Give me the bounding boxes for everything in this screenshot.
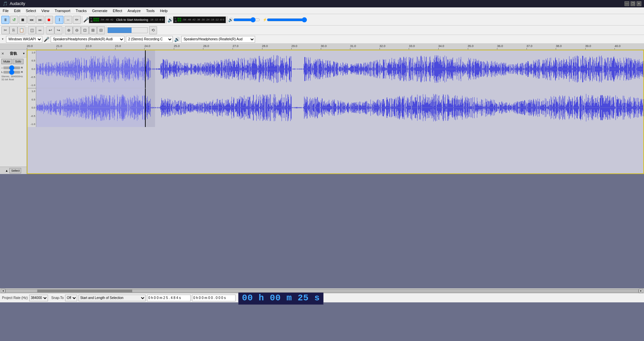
menu-effect[interactable]: Effect <box>110 8 125 13</box>
host-select[interactable]: Windows WASAPI <box>6 36 42 43</box>
ruler-tick-12: 32.0 <box>380 44 386 48</box>
separator-3 <box>166 16 166 24</box>
waveform-canvas-upper[interactable] <box>36 50 644 88</box>
track-menu-arrow[interactable]: ▼ <box>22 52 25 55</box>
playback-meter-r <box>178 20 181 22</box>
speed-icon: ⚡ <box>263 18 267 22</box>
cut-button[interactable]: ✂ <box>1 26 9 34</box>
ruler-tick-8: 28.0 <box>262 44 268 48</box>
playback-toolbar: ⏸ ↺ ⏹ ⏮ ⏭ ⏺ <box>1 16 53 24</box>
project-rate-select[interactable]: 384000 44100 48000 <box>29 295 48 301</box>
separator-8 <box>106 27 106 34</box>
separator-6 <box>45 27 45 34</box>
output-icon: 🔊 <box>174 37 180 42</box>
ruler-tick-20: 40.0 <box>614 44 621 48</box>
ruler-tick-1: 21.0 <box>56 44 62 48</box>
record-meter-icon: 🎤 <box>83 17 89 23</box>
h-scrollbar-track[interactable] <box>5 289 639 293</box>
scroll-left-button[interactable]: ◂ <box>1 289 5 293</box>
selection-start-input[interactable] <box>147 295 191 301</box>
solo-button[interactable]: Solo <box>13 59 23 64</box>
scrollbar-area: ◂ ▸ <box>0 288 644 293</box>
copy-button[interactable]: ⎘ <box>9 26 17 34</box>
zoom-out-button[interactable]: ⊖ <box>73 26 81 34</box>
timeline-ruler[interactable]: 20.021.022.023.024.025.026.027.028.029.0… <box>0 44 644 50</box>
amplitude-scale-lower: 1.0 0.5 0.0 -0.5 -1.0 <box>27 88 36 127</box>
amp2-1-0: 1.0 <box>28 90 35 93</box>
snap-to-select[interactable]: Off On <box>65 295 77 301</box>
menu-transport[interactable]: Transport <box>52 8 73 13</box>
prev-button[interactable]: ⏮ <box>28 16 36 24</box>
amplitude-scale-upper: 1.0 0.5 0.0 -0.5 -1.0 <box>27 50 36 88</box>
toolbar-row-2: ✂ ⎘ 📋 ◫ ═ ↩ ↪ ⊕ ⊖ ⊡ ⊞ ⊟ ⟲ <box>0 26 644 35</box>
menu-file[interactable]: File <box>0 8 11 13</box>
selection-length-input[interactable] <box>192 295 236 301</box>
title-bar: 🎵 Audacity — ❐ ✕ <box>0 0 644 7</box>
ruler-tick-17: 37.0 <box>527 44 533 48</box>
click-to-monitor[interactable]: Click to Start Monitoring <box>116 18 148 22</box>
project-rate-label: Project Rate (Hz) <box>2 296 28 300</box>
ruler-tick-14: 34.0 <box>438 44 444 48</box>
db-scale-playback: -54 -48 -42 -36 -30 -24 -18 -12 -6 0 <box>183 18 224 21</box>
draw-tool[interactable]: ✏ <box>73 16 81 24</box>
pause-button[interactable]: ⏸ <box>1 16 9 24</box>
ruler-tick-19: 39.0 <box>585 44 591 48</box>
menu-generate[interactable]: Generate <box>89 8 110 13</box>
waveform-canvas-lower[interactable] <box>36 88 644 127</box>
gain-slider[interactable] <box>3 67 20 69</box>
input-device-select[interactable]: Speakers/Headphones (Realtek(R) Audi <box>51 36 125 43</box>
empty-area <box>0 174 644 288</box>
menu-help[interactable]: Help <box>157 8 170 13</box>
mute-button[interactable]: Mute <box>1 59 12 64</box>
next-button[interactable]: ⏭ <box>36 16 44 24</box>
close-button[interactable]: ✕ <box>637 1 641 6</box>
h-scrollbar-thumb[interactable] <box>37 290 132 292</box>
restore-button[interactable]: ❐ <box>631 1 635 6</box>
selection-format-select[interactable]: Start and Length of Selection <box>79 295 146 301</box>
stop-button[interactable]: ⏹ <box>19 16 27 24</box>
track-close-btn[interactable]: ✕ <box>1 52 4 55</box>
output-device-select[interactable]: Speakers/Headphones (Realtek(R) Aud <box>181 36 255 43</box>
silence-button[interactable]: ═ <box>36 26 44 34</box>
position-bar <box>107 27 148 33</box>
paste-button[interactable]: 📋 <box>17 26 26 34</box>
zoom-fit-v-button[interactable]: ⊟ <box>97 26 105 34</box>
record-button[interactable]: ⏺ <box>45 16 53 24</box>
zoom-selection-button[interactable]: ⊡ <box>81 26 89 34</box>
undo-button[interactable]: ↩ <box>46 26 54 34</box>
zoom-in-button[interactable]: ⊕ <box>65 26 73 34</box>
menu-analyze[interactable]: Analyze <box>125 8 143 13</box>
trim-button[interactable]: ◫ <box>28 26 36 34</box>
pan-slider[interactable] <box>3 71 20 74</box>
menu-tools[interactable]: Tools <box>143 8 157 13</box>
amp-0-0: 0.0 <box>28 68 35 71</box>
ruler-tick-9: 29.0 <box>291 44 297 48</box>
channels-select[interactable]: 2 (Stereo) Recording C <box>126 36 173 43</box>
track-collapse-icon[interactable]: ▲ <box>5 169 8 172</box>
menu-view[interactable]: View <box>39 8 52 13</box>
cursor-tool[interactable]: I <box>55 16 63 24</box>
tools-toolbar: I ↔ ✏ <box>55 16 81 24</box>
zoom-fit-button[interactable]: ⊞ <box>89 26 97 34</box>
track-spacer <box>0 82 27 167</box>
minimize-button[interactable]: — <box>625 1 629 6</box>
track-info-2: 32-bit float <box>1 78 25 81</box>
scroll-right-button[interactable]: ▸ <box>639 289 643 293</box>
redo-button[interactable]: ↪ <box>54 26 62 34</box>
playback-speed-slider[interactable] <box>267 18 307 22</box>
menu-select[interactable]: Select <box>23 8 39 13</box>
time-display: 00 h 00 m 25 s <box>238 291 324 305</box>
playback-volume-slider[interactable] <box>233 18 260 22</box>
ruler-tick-4: 24.0 <box>144 44 150 48</box>
loop-region-button[interactable]: ⟲ <box>149 26 157 34</box>
waveform-area[interactable]: 1.0 0.5 0.0 -0.5 -1.0 1.0 0.5 <box>27 50 644 174</box>
pan-l-label: L <box>1 71 3 74</box>
menu-tracks[interactable]: Tracks <box>73 8 90 13</box>
menu-edit[interactable]: Edit <box>11 8 23 13</box>
status-bar: Project Rate (Hz) 384000 44100 48000 Sna… <box>0 293 644 302</box>
loop-button[interactable]: ↺ <box>10 16 18 24</box>
upper-channel-waveform: 1.0 0.5 0.0 -0.5 -1.0 <box>27 50 644 88</box>
envelope-tool[interactable]: ↔ <box>64 16 72 24</box>
select-button[interactable]: Select <box>9 168 21 173</box>
pan-r-label: R <box>21 71 23 74</box>
